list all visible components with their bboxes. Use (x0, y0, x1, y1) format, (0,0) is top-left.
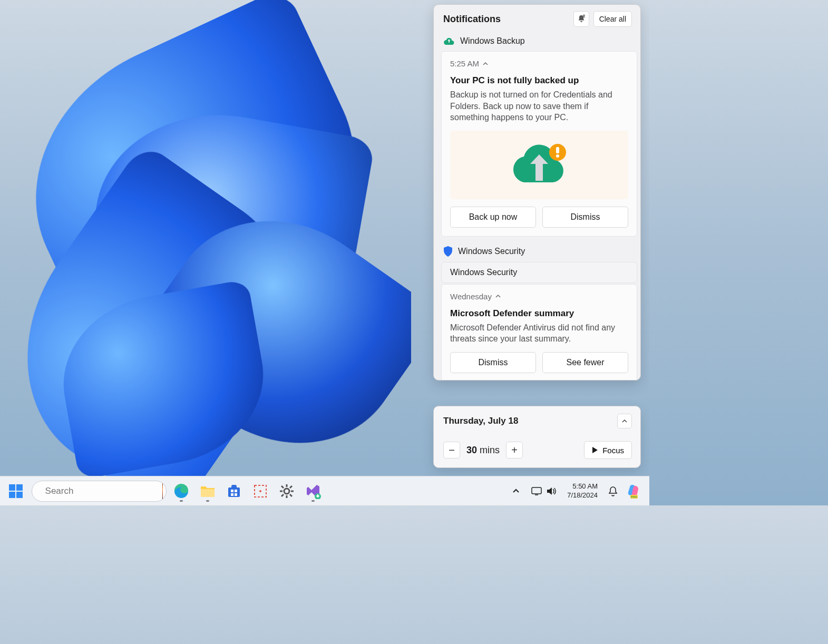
svg-rect-28 (532, 487, 541, 494)
svg-line-26 (290, 486, 292, 488)
svg-rect-13 (235, 490, 237, 492)
notification-hero-image (450, 131, 628, 199)
svg-point-2 (556, 154, 559, 158)
search-highlight-icon[interactable] (162, 483, 163, 499)
notification-body: Backup is not turned on for Credentials … (450, 89, 628, 123)
focus-duration: 30 mins (466, 445, 500, 456)
taskbar-app-visual-studio[interactable] (301, 480, 325, 503)
svg-line-25 (281, 494, 284, 496)
chevron-up-icon (495, 293, 501, 299)
notifications-title: Notifications (443, 14, 573, 25)
clear-all-button[interactable]: Clear all (593, 11, 632, 27)
notifications-list[interactable]: Windows Backup 5:25 AM Your PC is not fu… (434, 32, 640, 380)
taskbar-app-edge[interactable] (170, 480, 193, 503)
backup-now-button[interactable]: Back up now (450, 207, 536, 228)
copilot-button[interactable]: PRE (625, 482, 643, 500)
decrease-duration-button[interactable]: − (443, 442, 460, 458)
svg-rect-6 (16, 492, 23, 498)
focus-button[interactable]: Focus (584, 441, 632, 459)
notification-title: Your PC is not fully backed up (450, 75, 628, 86)
increase-duration-button[interactable]: + (506, 442, 523, 458)
svg-rect-12 (231, 490, 233, 492)
folder-icon (200, 484, 216, 498)
notification-card[interactable]: Wednesday Microsoft Defender summary Mic… (441, 284, 637, 380)
taskbar-app-settings[interactable] (275, 480, 298, 503)
clock-date: 7/18/2024 (567, 491, 598, 500)
chevron-up-icon (512, 487, 520, 495)
notification-group-header[interactable]: Windows Security (441, 242, 637, 262)
desktop-wallpaper (0, 0, 411, 476)
dismiss-button[interactable]: Dismiss (542, 207, 628, 228)
windows-logo-icon (8, 483, 24, 499)
snip-icon (253, 484, 268, 499)
notification-timestamp: 5:25 AM (450, 59, 479, 68)
notification-card[interactable]: 5:25 AM Your PC is not fully backed up B… (441, 51, 637, 237)
play-icon (592, 446, 598, 454)
notification-group-header[interactable]: Windows Backup (441, 32, 637, 51)
taskbar: 5:50 AM 7/18/2024 PRE (0, 476, 649, 505)
taskbar-search[interactable] (32, 481, 167, 502)
svg-rect-15 (235, 493, 237, 496)
clock-time: 5:50 AM (567, 482, 598, 491)
svg-point-17 (259, 490, 261, 492)
search-input[interactable] (45, 486, 157, 496)
notification-subheader[interactable]: Windows Security (441, 262, 637, 283)
notification-body: Microsoft Defender Antivirus did not fin… (450, 322, 628, 345)
edge-icon (173, 483, 189, 499)
start-button[interactable] (3, 480, 28, 503)
calendar-focus-pane: Thursday, July 18 − 30 mins + Focus (433, 406, 641, 468)
tray-overflow-button[interactable] (508, 480, 524, 503)
volume-icon (546, 486, 557, 496)
network-icon (531, 486, 542, 496)
search-icon (40, 486, 40, 496)
chevron-up-icon (482, 61, 489, 67)
notification-center: Notifications Clear all Windows Backup 5… (433, 4, 641, 380)
gear-icon (279, 483, 295, 499)
svg-point-18 (284, 489, 289, 494)
shield-icon (443, 246, 453, 257)
do-not-disturb-button[interactable] (573, 11, 589, 27)
store-icon (227, 484, 241, 499)
svg-rect-1 (556, 147, 559, 153)
notification-app-name: Windows Security (458, 247, 525, 256)
svg-text:PRE: PRE (631, 495, 637, 499)
calendar-date[interactable]: Thursday, July 18 (443, 416, 617, 426)
taskbar-app-file-explorer[interactable] (196, 480, 219, 503)
svg-line-24 (290, 494, 292, 496)
svg-line-23 (281, 486, 284, 488)
taskbar-app-microsoft-store[interactable] (222, 480, 246, 503)
svg-rect-4 (16, 484, 23, 491)
cloud-backup-icon (443, 37, 455, 45)
visual-studio-icon (305, 483, 321, 499)
system-tray[interactable] (527, 480, 561, 503)
see-fewer-button[interactable]: See fewer (542, 352, 628, 373)
notification-app-name: Windows Backup (460, 36, 525, 46)
notification-timestamp: Wednesday (450, 292, 492, 301)
chevron-up-icon (621, 418, 628, 424)
svg-rect-5 (9, 492, 15, 498)
notifications-button[interactable] (604, 480, 622, 503)
notification-title: Microsoft Defender summary (450, 308, 628, 319)
copilot-icon: PRE (627, 484, 641, 499)
cloud-upload-alert-icon (505, 139, 573, 191)
bell-icon (608, 486, 618, 496)
dismiss-button[interactable]: Dismiss (450, 352, 536, 373)
taskbar-clock[interactable]: 5:50 AM 7/18/2024 (564, 482, 601, 500)
bell-sleep-icon (577, 15, 586, 23)
svg-rect-14 (231, 493, 233, 496)
svg-rect-10 (201, 489, 215, 497)
svg-rect-3 (9, 484, 15, 491)
svg-rect-11 (228, 487, 240, 497)
taskbar-app-snipping-tool[interactable] (249, 480, 272, 503)
collapse-button[interactable] (617, 414, 632, 428)
